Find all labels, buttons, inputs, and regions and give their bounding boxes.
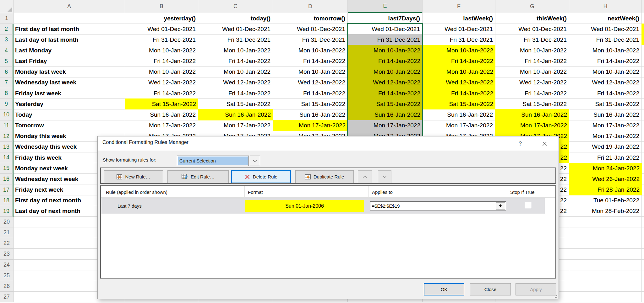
cell-C6[interactable]: Mon 10-Jan-2022 bbox=[198, 67, 273, 77]
cell-D10[interactable]: Sun 16-Jan-2022 bbox=[273, 109, 348, 120]
help-button[interactable]: ? bbox=[516, 139, 525, 148]
cell-A3[interactable]: Last day of last month bbox=[14, 35, 125, 45]
cell-E2[interactable]: Wed 01-Dec-2021 bbox=[348, 24, 423, 35]
row-header-9[interactable]: 9 bbox=[0, 99, 14, 109]
cell-E9[interactable]: Sat 15-Jan-2022 bbox=[347, 98, 423, 109]
cell-H22[interactable] bbox=[569, 238, 642, 249]
cell-C9[interactable]: Sat 15-Jan-2022 bbox=[198, 99, 273, 109]
cell-B10[interactable]: Sun 16-Jan-2022 bbox=[125, 109, 198, 120]
cell-I21[interactable] bbox=[642, 227, 644, 238]
cell-E6[interactable]: Mon 10-Jan-2022 bbox=[347, 66, 423, 77]
row-header-12[interactable]: 12 bbox=[0, 131, 14, 142]
cell-H26[interactable] bbox=[569, 281, 642, 292]
cell-C5[interactable]: Fri 14-Jan-2022 bbox=[198, 56, 273, 67]
cell-I14[interactable] bbox=[642, 152, 644, 163]
cell-I15[interactable] bbox=[642, 163, 644, 174]
cell-H9[interactable]: Sat 15-Jan-2022 bbox=[569, 99, 642, 109]
cell-B6[interactable]: Mon 10-Jan-2022 bbox=[125, 67, 198, 77]
cell-C10[interactable]: Sun 16-Jan-2022 bbox=[198, 109, 273, 120]
move-rule-up-button[interactable] bbox=[358, 170, 372, 183]
cell-E7[interactable]: Wed 12-Jan-2022 bbox=[347, 77, 423, 88]
cell-F4[interactable]: Mon 10-Jan-2022 bbox=[422, 45, 495, 56]
cell-B7[interactable]: Wed 12-Jan-2022 bbox=[125, 77, 198, 88]
cell-I1[interactable] bbox=[642, 13, 644, 24]
cell-I8[interactable] bbox=[642, 88, 644, 99]
col-header-G[interactable]: G bbox=[495, 0, 569, 13]
cell-G10[interactable]: Sun 16-Jan-2022 bbox=[495, 109, 569, 120]
cell-H5[interactable]: Fri 14-Jan-2022 bbox=[569, 56, 642, 67]
cell-F3[interactable]: Fri 31-Dec-2021 bbox=[423, 35, 495, 45]
cell-G1[interactable]: thisWeek() bbox=[495, 13, 569, 24]
cell-I22[interactable] bbox=[642, 238, 644, 249]
cell-G7[interactable]: Wed 12-Jan-2022 bbox=[495, 77, 569, 88]
cell-D2[interactable]: Wed 01-Dec-2021 bbox=[273, 24, 348, 35]
row-header-16[interactable]: 16 bbox=[0, 174, 14, 184]
cell-G11[interactable]: Mon 17-Jan-2022 bbox=[495, 120, 569, 131]
stop-if-true-checkbox[interactable] bbox=[525, 202, 531, 208]
cell-A5[interactable]: Last Friday bbox=[14, 56, 125, 67]
cell-H17[interactable]: Fri 28-Jan-2022 bbox=[569, 184, 642, 195]
cell-A4[interactable]: Last Monday bbox=[14, 45, 125, 56]
cell-B1[interactable]: yesterday() bbox=[125, 13, 198, 24]
cell-E3[interactable]: Fri 31-Dec-2021 bbox=[347, 34, 423, 45]
cell-I3[interactable] bbox=[641, 34, 644, 45]
cell-I27[interactable] bbox=[642, 292, 644, 302]
cell-B8[interactable]: Fri 14-Jan-2022 bbox=[125, 88, 198, 99]
cell-D1[interactable]: tomorrow() bbox=[273, 13, 348, 24]
scope-combobox-dropdown-button[interactable] bbox=[250, 156, 260, 166]
cell-A11[interactable]: Tomorrow bbox=[14, 120, 125, 131]
cell-I24[interactable] bbox=[642, 260, 644, 270]
cell-H15[interactable]: Mon 24-Jan-2022 bbox=[569, 163, 642, 174]
col-header-A[interactable]: A bbox=[14, 0, 125, 13]
cell-H6[interactable]: Mon 10-Jan-2022 bbox=[569, 67, 642, 77]
row-header-1[interactable]: 1 bbox=[0, 13, 14, 24]
row-header-27[interactable]: 27 bbox=[0, 292, 14, 302]
row-header-14[interactable]: 14 bbox=[0, 152, 14, 163]
cell-H27[interactable] bbox=[569, 292, 642, 302]
row-header-7[interactable]: 7 bbox=[0, 77, 14, 88]
cell-G3[interactable]: Fri 31-Dec-2021 bbox=[495, 35, 569, 45]
close-button[interactable] bbox=[539, 139, 550, 148]
cell-H18[interactable]: Tue 01-Feb-2022 bbox=[569, 195, 642, 206]
cell-C8[interactable]: Fri 14-Jan-2022 bbox=[198, 88, 273, 99]
cell-B3[interactable]: Fri 31-Dec-2021 bbox=[125, 35, 198, 45]
cell-I10[interactable] bbox=[642, 109, 644, 120]
cell-H7[interactable]: Wed 12-Jan-2022 bbox=[569, 77, 642, 88]
cell-F8[interactable]: Fri 14-Jan-2022 bbox=[422, 88, 495, 99]
cell-I26[interactable] bbox=[642, 281, 644, 292]
cell-I5[interactable] bbox=[642, 56, 644, 67]
cell-H10[interactable]: Sun 16-Jan-2022 bbox=[569, 109, 642, 120]
cell-A10[interactable]: Today bbox=[14, 109, 125, 120]
row-header-21[interactable]: 21 bbox=[0, 227, 14, 238]
cell-A2[interactable]: First day of last month bbox=[14, 24, 125, 35]
cell-I12[interactable] bbox=[642, 131, 644, 142]
cell-H25[interactable] bbox=[569, 270, 642, 281]
apply-button[interactable]: Apply bbox=[516, 283, 556, 295]
cell-I25[interactable] bbox=[642, 270, 644, 281]
close-dialog-button[interactable]: Close bbox=[470, 283, 511, 295]
cell-G9[interactable]: Sat 15-Jan-2022 bbox=[495, 99, 569, 109]
cell-E4[interactable]: Mon 10-Jan-2022 bbox=[347, 45, 423, 56]
cell-B4[interactable]: Mon 10-Jan-2022 bbox=[125, 45, 198, 56]
col-header-B[interactable]: B bbox=[125, 0, 198, 13]
row-header-10[interactable]: 10 bbox=[0, 109, 14, 120]
row-header-24[interactable]: 24 bbox=[0, 260, 14, 270]
cell-G6[interactable]: Mon 10-Jan-2022 bbox=[495, 67, 569, 77]
row-header-4[interactable]: 4 bbox=[0, 45, 14, 56]
cell-A7[interactable]: Wednesday last week bbox=[14, 77, 125, 88]
cell-B5[interactable]: Fri 14-Jan-2022 bbox=[125, 56, 198, 67]
row-header-20[interactable]: 20 bbox=[0, 217, 14, 227]
cell-B9[interactable]: Sat 15-Jan-2022 bbox=[125, 98, 198, 109]
cell-G8[interactable]: Fri 14-Jan-2022 bbox=[495, 88, 569, 99]
cell-C4[interactable]: Mon 10-Jan-2022 bbox=[198, 45, 273, 56]
cell-I11[interactable] bbox=[642, 120, 644, 131]
col-header-F[interactable]: F bbox=[423, 0, 495, 13]
cell-D5[interactable]: Fri 14-Jan-2022 bbox=[273, 56, 348, 67]
cell-E11[interactable]: Mon 17-Jan-2022 bbox=[347, 120, 423, 131]
cell-C7[interactable]: Wed 12-Jan-2022 bbox=[198, 77, 273, 88]
cell-H12[interactable]: Mon 17-Jan-2022 bbox=[569, 131, 642, 142]
cell-E5[interactable]: Fri 14-Jan-2022 bbox=[347, 56, 423, 67]
row-header-11[interactable]: 11 bbox=[0, 120, 14, 131]
row-header-25[interactable]: 25 bbox=[0, 270, 14, 281]
cell-H1[interactable]: nextWeek() bbox=[569, 13, 642, 24]
